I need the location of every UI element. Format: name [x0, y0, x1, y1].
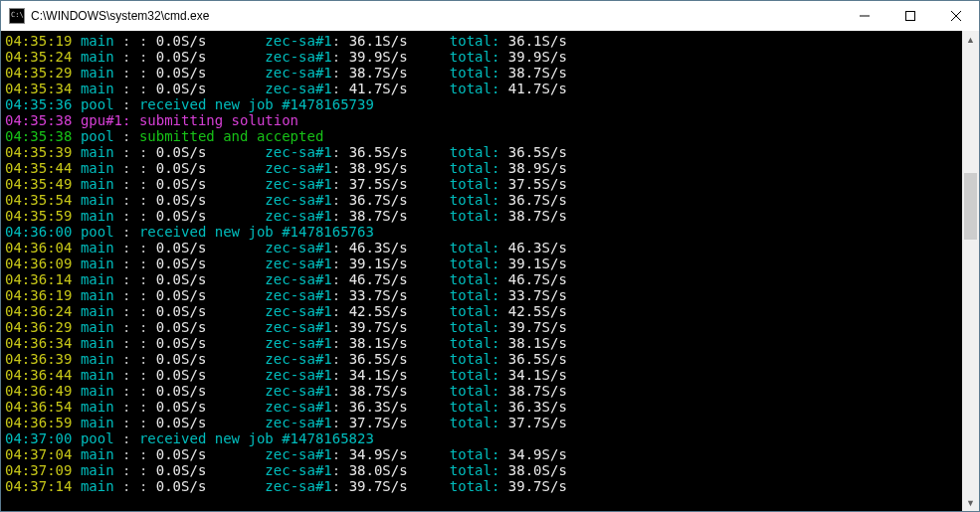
terminal-line: 04:36:44 main : : 0.0S/s zec-sa#1: 34.1S… — [5, 367, 962, 383]
svg-rect-0 — [906, 12, 915, 21]
terminal-line: 04:35:39 main : : 0.0S/s zec-sa#1: 36.5S… — [5, 144, 962, 160]
terminal-line: 04:35:38 pool : submitted and accepted — [5, 128, 962, 144]
terminal-line: 04:35:54 main : : 0.0S/s zec-sa#1: 36.7S… — [5, 192, 962, 208]
terminal-line: 04:37:00 pool : received new job #147816… — [5, 430, 962, 446]
terminal-line: 04:35:34 main : : 0.0S/s zec-sa#1: 41.7S… — [5, 81, 962, 96]
client-area: 04:35:19 main : : 0.0S/s zec-sa#1: 36.1S… — [1, 31, 979, 511]
terminal-line: 04:36:49 main : : 0.0S/s zec-sa#1: 38.7S… — [5, 383, 962, 399]
scrollbar-thumb[interactable] — [964, 173, 977, 240]
cmd-window: C:\WINDOWS\system32\cmd.exe 04:35:19 mai… — [0, 0, 980, 512]
terminal-line: 04:35:59 main : : 0.0S/s zec-sa#1: 38.7S… — [5, 208, 962, 224]
terminal-line: 04:35:24 main : : 0.0S/s zec-sa#1: 39.9S… — [5, 49, 962, 65]
terminal-line: 04:35:29 main : : 0.0S/s zec-sa#1: 38.7S… — [5, 65, 962, 81]
terminal-line: 04:37:04 main : : 0.0S/s zec-sa#1: 34.9S… — [5, 446, 962, 462]
terminal-line: 04:35:44 main : : 0.0S/s zec-sa#1: 38.9S… — [5, 160, 962, 176]
terminal-line: 04:35:19 main : : 0.0S/s zec-sa#1: 36.1S… — [5, 33, 962, 49]
cmd-icon — [9, 8, 25, 24]
scroll-down-arrow-icon[interactable]: ▼ — [962, 494, 979, 511]
terminal-line: 04:37:14 main : : 0.0S/s zec-sa#1: 39.7S… — [5, 478, 962, 494]
vertical-scrollbar[interactable]: ▲ ▼ — [962, 31, 979, 511]
terminal-line: 04:36:09 main : : 0.0S/s zec-sa#1: 39.1S… — [5, 256, 962, 271]
close-button[interactable] — [933, 1, 979, 31]
titlebar[interactable]: C:\WINDOWS\system32\cmd.exe — [1, 1, 979, 31]
maximize-button[interactable] — [887, 1, 933, 31]
terminal-line: 04:36:00 pool : received new job #147816… — [5, 224, 962, 240]
window-title: C:\WINDOWS\system32\cmd.exe — [31, 9, 209, 23]
terminal-line: 04:36:04 main : : 0.0S/s zec-sa#1: 46.3S… — [5, 240, 962, 256]
minimize-button[interactable] — [842, 1, 887, 31]
terminal-line: 04:35:36 pool : received new job #147816… — [5, 96, 962, 112]
terminal-line: 04:36:19 main : : 0.0S/s zec-sa#1: 33.7S… — [5, 287, 962, 303]
terminal-line: 04:36:54 main : : 0.0S/s zec-sa#1: 36.3S… — [5, 399, 962, 415]
terminal-line: 04:35:49 main : : 0.0S/s zec-sa#1: 37.5S… — [5, 176, 962, 192]
terminal-line: 04:35:38 gpu#1: submitting solution — [5, 112, 962, 128]
terminal-line: 04:36:39 main : : 0.0S/s zec-sa#1: 36.5S… — [5, 351, 962, 367]
terminal-line: 04:36:34 main : : 0.0S/s zec-sa#1: 38.1S… — [5, 335, 962, 351]
terminal-line: 04:36:29 main : : 0.0S/s zec-sa#1: 39.7S… — [5, 319, 962, 335]
scroll-up-arrow-icon[interactable]: ▲ — [962, 31, 979, 48]
terminal-line: 04:36:59 main : : 0.0S/s zec-sa#1: 37.7S… — [5, 415, 962, 430]
scrollbar-track[interactable] — [962, 48, 979, 494]
terminal-line: 04:37:09 main : : 0.0S/s zec-sa#1: 38.0S… — [5, 462, 962, 478]
terminal-output[interactable]: 04:35:19 main : : 0.0S/s zec-sa#1: 36.1S… — [1, 31, 962, 511]
terminal-line: 04:36:24 main : : 0.0S/s zec-sa#1: 42.5S… — [5, 303, 962, 319]
terminal-line: 04:36:14 main : : 0.0S/s zec-sa#1: 46.7S… — [5, 271, 962, 287]
